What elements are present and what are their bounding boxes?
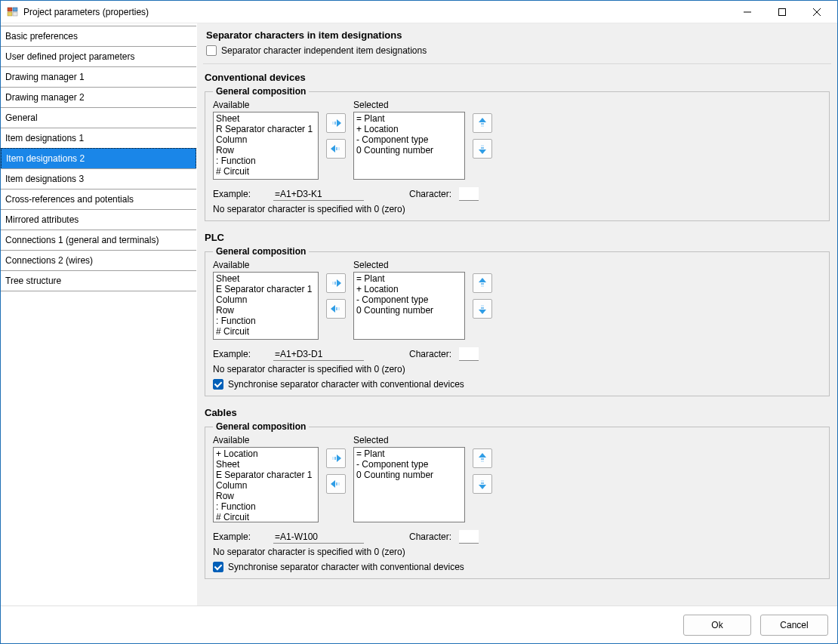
list-item[interactable]: Row xyxy=(216,305,316,316)
sidebar-item-connections-2[interactable]: Connections 2 (wires) xyxy=(1,250,196,271)
list-item[interactable]: Column xyxy=(216,294,316,305)
list-item[interactable]: - Component type xyxy=(356,294,462,305)
conventional-move-up-button[interactable] xyxy=(473,113,492,133)
sidebar-item-connections-1[interactable]: Connections 1 (general and terminals) xyxy=(1,230,196,251)
sidebar-item-mirrored-attributes[interactable]: Mirrored attributes xyxy=(1,209,196,230)
sidebar-item-label: Item designations 3 xyxy=(5,174,84,184)
ok-button-label: Ok xyxy=(711,620,722,630)
sidebar-item-label: Basic preferences xyxy=(5,31,78,42)
sidebar-item-basic-preferences[interactable]: Basic preferences xyxy=(1,26,196,47)
close-button[interactable] xyxy=(799,1,834,23)
list-item[interactable]: # Circuit xyxy=(216,326,316,337)
plc-note: No separator character is specified with… xyxy=(213,364,821,374)
plc-add-button[interactable] xyxy=(326,273,346,293)
conventional-character-input[interactable] xyxy=(459,187,479,201)
plc-sync-label: Synchronise separator character with con… xyxy=(228,379,464,390)
list-item[interactable]: Sheet xyxy=(216,459,316,470)
conventional-move-down-button[interactable] xyxy=(473,139,492,159)
list-item[interactable]: 0 Counting number xyxy=(356,470,462,480)
list-item[interactable]: + Location xyxy=(356,124,462,134)
cables-sync-checkbox[interactable] xyxy=(213,562,223,572)
sidebar-item-item-designations-3[interactable]: Item designations 3 xyxy=(1,168,196,190)
plc-remove-button[interactable] xyxy=(326,299,346,319)
list-item[interactable]: 0 Counting number xyxy=(356,305,462,316)
sidebar: Basic preferences User defined project p… xyxy=(1,23,197,605)
plc-selected-list[interactable]: = Plant + Location - Component type 0 Co… xyxy=(353,272,465,340)
plc-sync-checkbox[interactable] xyxy=(213,379,223,390)
plc-available-label: Available xyxy=(213,260,319,270)
conventional-remove-button[interactable] xyxy=(326,139,346,159)
plc-character-input[interactable] xyxy=(459,347,479,361)
sidebar-item-general[interactable]: General xyxy=(1,107,196,128)
sidebar-item-drawing-manager-1[interactable]: Drawing manager 1 xyxy=(1,66,196,88)
svg-rect-12 xyxy=(779,8,786,15)
plc-group: General composition Available Sheet E Se… xyxy=(205,246,830,396)
minimize-button[interactable] xyxy=(730,1,765,23)
list-item[interactable]: E Separator character 1 xyxy=(216,470,316,480)
list-item[interactable]: : Function xyxy=(216,501,316,512)
list-item[interactable]: = Plant xyxy=(356,448,462,459)
list-item[interactable]: - Component type xyxy=(356,459,462,470)
dialog-body: Basic preferences User defined project p… xyxy=(1,23,837,605)
list-item[interactable]: # Circuit xyxy=(216,166,316,177)
cables-character-input[interactable] xyxy=(459,530,479,544)
separator-independent-checkbox[interactable] xyxy=(206,45,217,56)
list-item[interactable]: 0 Counting number xyxy=(356,145,462,156)
list-item[interactable]: # Circuit xyxy=(216,512,316,522)
svg-rect-11 xyxy=(13,12,17,16)
cables-remove-button[interactable] xyxy=(326,474,346,494)
list-item[interactable]: R Separator character 1 xyxy=(216,124,316,134)
list-item[interactable]: Column xyxy=(216,134,316,145)
separator-section: Separator characters in item designation… xyxy=(203,25,831,64)
cables-add-button[interactable] xyxy=(326,448,346,468)
cables-group: General composition Available + Location… xyxy=(205,421,830,579)
conventional-character-label: Character: xyxy=(409,189,451,199)
titlebar: Project parameters (properties) xyxy=(1,1,837,23)
list-item[interactable]: = Plant xyxy=(356,273,462,284)
list-item[interactable]: Row xyxy=(216,145,316,156)
plc-available-list[interactable]: Sheet E Separator character 1 Column Row… xyxy=(213,272,319,340)
sidebar-item-cross-references[interactable]: Cross-references and potentials xyxy=(1,189,196,210)
maximize-button[interactable] xyxy=(765,1,799,23)
sidebar-item-tree-structure[interactable]: Tree structure xyxy=(1,270,196,291)
cables-move-down-button[interactable] xyxy=(473,474,492,494)
conventional-example-label: Example: xyxy=(213,189,266,199)
sidebar-item-drawing-manager-2[interactable]: Drawing manager 2 xyxy=(1,87,196,108)
sidebar-item-label: Cross-references and potentials xyxy=(5,194,134,205)
list-item[interactable]: Sheet xyxy=(216,113,316,124)
list-item[interactable]: E Separator character 1 xyxy=(216,284,316,294)
svg-rect-8 xyxy=(8,8,12,11)
cables-selected-label: Selected xyxy=(353,435,465,445)
dialog-footer: Ok Cancel xyxy=(1,605,837,643)
cables-move-up-button[interactable] xyxy=(473,448,492,468)
list-item[interactable]: Column xyxy=(216,480,316,491)
list-item[interactable]: + Location xyxy=(356,284,462,294)
conventional-available-list[interactable]: Sheet R Separator character 1 Column Row… xyxy=(213,112,319,180)
plc-move-up-button[interactable] xyxy=(473,273,492,293)
ok-button[interactable]: Ok xyxy=(683,615,751,636)
cables-available-list[interactable]: + Location Sheet E Separator character 1… xyxy=(213,447,319,522)
list-item[interactable]: Sheet xyxy=(216,273,316,284)
cables-character-label: Character: xyxy=(409,532,451,542)
sidebar-item-label: Drawing manager 1 xyxy=(5,72,85,82)
separator-section-title: Separator characters in item designation… xyxy=(203,25,831,44)
cancel-button[interactable]: Cancel xyxy=(760,615,828,636)
list-item[interactable]: = Plant xyxy=(356,113,462,124)
list-item[interactable]: - Component type xyxy=(356,134,462,145)
plc-group-legend: General composition xyxy=(213,246,309,257)
cables-selected-list[interactable]: = Plant - Component type 0 Counting numb… xyxy=(353,447,465,522)
plc-move-down-button[interactable] xyxy=(473,299,492,319)
list-item[interactable]: : Function xyxy=(216,316,316,326)
conventional-add-button[interactable] xyxy=(326,113,346,133)
list-item[interactable]: : Function xyxy=(216,156,316,166)
sidebar-item-label: Connections 2 (wires) xyxy=(5,255,93,266)
conventional-selected-list[interactable]: = Plant + Location - Component type 0 Co… xyxy=(353,112,465,180)
sidebar-item-user-defined[interactable]: User defined project parameters xyxy=(1,46,196,67)
sidebar-item-label: Connections 1 (general and terminals) xyxy=(5,235,159,245)
separator-independent-label: Separator character independent item des… xyxy=(221,45,427,56)
sidebar-item-item-designations-2[interactable]: Item designations 2 xyxy=(1,148,196,169)
list-item[interactable]: Row xyxy=(216,491,316,501)
list-item[interactable]: + Location xyxy=(216,448,316,459)
sidebar-item-item-designations-1[interactable]: Item designations 1 xyxy=(1,128,196,149)
window-controls xyxy=(730,1,834,23)
